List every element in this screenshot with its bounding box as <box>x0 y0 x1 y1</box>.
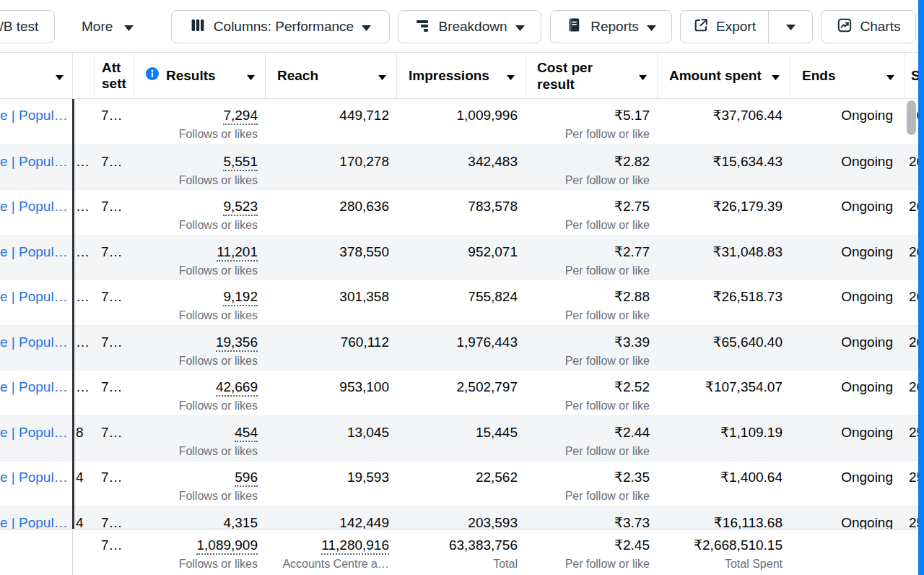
cell-campaign-name: e | Popul… <box>0 506 72 529</box>
chevron-down-icon <box>886 68 894 84</box>
results-value[interactable]: 9,523 <box>223 199 258 216</box>
more-button[interactable]: More <box>76 10 142 43</box>
cell-results: 454 Follows or likes <box>133 416 265 461</box>
totals-reach-sublabel: Accounts Centre a… <box>265 557 389 571</box>
vertical-scrollbar-thumb[interactable] <box>907 100 916 135</box>
cell-amount-spent: ₹1,400.64 <box>657 461 790 506</box>
reach-header-label: Reach <box>277 68 318 84</box>
export-button[interactable]: Export <box>681 11 769 43</box>
results-sublabel: Follows or likes <box>133 399 258 413</box>
campaign-name-link[interactable]: e | Popul… <box>0 108 68 123</box>
export-label: Export <box>716 19 756 35</box>
breakdown-label: Breakdown <box>438 19 507 35</box>
breakdown-button[interactable]: Breakdown <box>398 10 541 43</box>
cell-extra <box>72 99 94 144</box>
results-value[interactable]: 19,356 <box>216 334 258 352</box>
campaign-name-link[interactable]: e | Popul… <box>0 199 68 214</box>
results-sublabel: Follows or likes <box>133 444 258 459</box>
campaign-name-link[interactable]: e | Popul… <box>0 379 68 394</box>
table-row: e | Popul… … 7… 9,192 Follows or likes 3… <box>0 280 924 325</box>
cell-amount-spent: ₹26,518.73 <box>657 280 790 325</box>
campaign-name-link[interactable]: e | Popul… <box>0 244 68 259</box>
results-value[interactable]: 4,315 <box>223 515 258 529</box>
table-row: e | Popul… … 7… 42,669 Follows or likes … <box>0 370 924 415</box>
cell-cost-per-result: ₹3.73 Per follow or like <box>525 506 657 529</box>
results-value[interactable]: 7,294 <box>223 108 258 125</box>
cell-reach: 953,100 <box>265 371 396 415</box>
charts-button[interactable]: Charts <box>821 10 916 43</box>
results-value[interactable]: 11,201 <box>217 244 258 261</box>
cost-sublabel: Per follow or like <box>525 264 650 278</box>
breakdown-icon <box>414 17 430 37</box>
cell-results: 11,201 Follows or likes <box>133 235 265 280</box>
column-header-cost-per-result[interactable]: Cost per result <box>525 53 657 98</box>
campaign-name-link[interactable]: e | Popul… <box>0 154 68 169</box>
totals-impressions-sublabel: Total <box>396 557 518 571</box>
cost-sublabel: Per follow or like <box>525 399 650 413</box>
cost-value: ₹2.88 <box>525 288 650 306</box>
cost-sublabel: Per follow or like <box>525 354 650 368</box>
cell-results: 4,315 Follows or likes <box>133 506 265 529</box>
more-label: More <box>82 19 113 35</box>
results-sublabel: Follows or likes <box>133 308 258 323</box>
totals-ends-cell <box>790 529 905 575</box>
chevron-down-icon <box>362 19 371 35</box>
cell-reach: 280,636 <box>265 190 396 235</box>
cell-attribution: 7… <box>94 461 133 506</box>
column-header-extra[interactable] <box>72 53 94 98</box>
cost-value: ₹2.77 <box>525 243 650 261</box>
cell-attribution: 7… <box>94 190 133 235</box>
campaign-name-link[interactable]: e | Popul… <box>0 470 68 485</box>
cell-ends: Ongoing <box>790 145 905 190</box>
results-value[interactable]: 9,192 <box>223 289 258 306</box>
cell-cost-per-result: ₹2.77 Per follow or like <box>525 235 657 280</box>
totals-reach-cell: 11,280,916 Accounts Centre a… <box>265 529 396 575</box>
campaign-name-link[interactable]: e | Popul… <box>0 334 68 350</box>
cell-ends: Ongoing <box>790 280 905 325</box>
ads-manager-screen: A/B test More Columns: Performance <box>0 0 924 575</box>
results-value[interactable]: 596 <box>235 470 258 487</box>
column-header-amount-spent[interactable]: Amount spent <box>657 53 790 98</box>
cell-ends: Ongoing <box>790 190 905 235</box>
chevron-down-icon <box>56 68 64 84</box>
campaign-name-link[interactable]: e | Popul… <box>0 515 68 529</box>
ab-test-button[interactable]: A/B test <box>0 10 55 43</box>
results-value[interactable]: 42,669 <box>216 379 258 397</box>
campaign-name-link[interactable]: e | Popul… <box>0 425 68 440</box>
column-header-impressions[interactable]: Impressions <box>396 53 525 98</box>
campaign-name-link[interactable]: e | Popul… <box>0 289 68 304</box>
chevron-down-icon <box>247 68 255 84</box>
cost-value: ₹2.35 <box>525 469 650 486</box>
cell-cost-per-result: ₹2.52 Per follow or like <box>525 371 657 415</box>
info-icon[interactable] <box>145 66 160 85</box>
cell-amount-spent: ₹31,048.83 <box>657 235 790 280</box>
column-header-results[interactable]: Results <box>133 53 265 98</box>
chevron-down-icon <box>647 19 656 35</box>
cell-campaign-name: e | Popul… <box>0 99 72 144</box>
cell-cost-per-result: ₹2.75 Per follow or like <box>525 190 657 235</box>
ends-header-label: Ends <box>802 68 835 84</box>
export-options-button[interactable] <box>769 11 812 43</box>
cell-campaign-name: e | Popul… <box>0 280 72 325</box>
column-header-reach[interactable]: Reach <box>265 53 396 98</box>
reports-button[interactable]: Reports <box>550 10 672 43</box>
column-header-name[interactable] <box>0 53 72 98</box>
cell-results: 19,356 Follows or likes <box>133 326 265 371</box>
cell-amount-spent: ₹65,640.40 <box>657 326 790 371</box>
totals-extra-cell <box>72 529 94 575</box>
results-value[interactable]: 454 <box>235 425 258 442</box>
columns-button[interactable]: Columns: Performance <box>171 10 390 43</box>
results-sublabel: Follows or likes <box>133 173 258 188</box>
totals-reach-value[interactable]: 11,280,916 <box>321 537 389 555</box>
table-row: e | Popul… 4 7… 596 Follows or likes 19,… <box>0 460 924 506</box>
cell-extra: … <box>72 280 94 325</box>
reports-icon <box>566 17 583 37</box>
results-value[interactable]: 5,551 <box>223 154 258 171</box>
table-row: e | Popul… … 7… 9,523 Follows or likes 2… <box>0 189 924 235</box>
column-header-ends[interactable]: Ends <box>790 53 905 98</box>
totals-results-value[interactable]: 1,089,909 <box>196 537 258 555</box>
cell-cost-per-result: ₹5.17 Per follow or like <box>525 99 657 144</box>
cost-value: ₹5.17 <box>525 107 650 124</box>
column-header-attribution[interactable]: Att sett <box>94 53 133 98</box>
cell-cost-per-result: ₹2.88 Per follow or like <box>525 280 657 325</box>
